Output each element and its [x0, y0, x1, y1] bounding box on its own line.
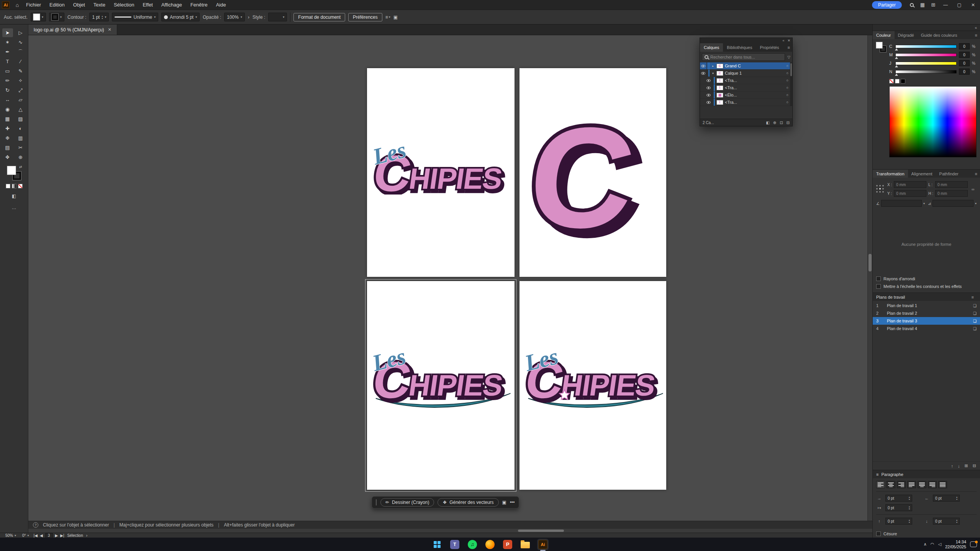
- chevron-right-icon[interactable]: ›: [248, 15, 249, 20]
- height-field[interactable]: 0 mm: [935, 190, 968, 197]
- contextual-task-bar[interactable]: ✏ Dessiner (Crayon) ❖ Générer des vecteu…: [372, 496, 519, 508]
- zoom-tool[interactable]: ⊕: [15, 153, 26, 162]
- new-artboard-icon[interactable]: ⊞: [965, 463, 968, 468]
- selection-tool[interactable]: ➤: [2, 28, 13, 37]
- menu-objet[interactable]: Objet: [69, 0, 89, 10]
- color-spectrum[interactable]: [889, 86, 977, 157]
- fill-stroke-control[interactable]: [876, 42, 886, 52]
- fill-color-picker[interactable]: ▾: [31, 13, 46, 21]
- search-icon[interactable]: [906, 0, 917, 10]
- maximize-button[interactable]: ▢: [952, 0, 966, 10]
- paragraph-panel-header[interactable]: ≡ Paragraphe: [873, 470, 980, 478]
- artboard-row[interactable]: 1 Plan de travail 1 ❏: [873, 302, 980, 309]
- expand-icon[interactable]: ▾: [711, 72, 715, 75]
- reference-image-icon[interactable]: ▣: [502, 500, 506, 505]
- menu-affichage[interactable]: Affichage: [157, 0, 186, 10]
- fill-swatch[interactable]: [33, 14, 40, 20]
- stroke-weight-field[interactable]: 1 pt▴▾▾: [89, 13, 109, 21]
- arrange-documents-icon[interactable]: ▦: [917, 0, 928, 10]
- menu-fenetre[interactable]: Fenêtre: [186, 0, 212, 10]
- start-button[interactable]: [431, 539, 443, 550]
- align-options-icon[interactable]: ≡▾: [385, 15, 390, 20]
- previous-artboard-button[interactable]: ◀: [40, 533, 43, 538]
- layer-row[interactable]: ▦ <Élo... ○: [700, 92, 792, 99]
- document-tab[interactable]: logo cp.ai @ 50 % (CMJN/Aperçu) ✕: [28, 25, 117, 35]
- scale-tool[interactable]: ⤢: [15, 86, 26, 95]
- stroke-color-picker[interactable]: ▾: [49, 13, 64, 21]
- target-icon[interactable]: ○: [787, 78, 788, 82]
- move-up-icon[interactable]: ↑: [951, 464, 954, 468]
- visibility-toggle[interactable]: [700, 70, 707, 77]
- justify-left-button[interactable]: [907, 481, 916, 488]
- visibility-toggle[interactable]: [700, 62, 707, 69]
- workspace-switcher-icon[interactable]: ⊞: [928, 0, 939, 10]
- menu-selection[interactable]: Sélection: [110, 0, 138, 10]
- artboard-page-icon[interactable]: ❏: [973, 304, 977, 308]
- artboard-page-icon[interactable]: ❏: [973, 319, 977, 323]
- swap-fill-stroke-icon[interactable]: ⇄: [19, 165, 22, 169]
- tab-transformation[interactable]: Transformation: [873, 170, 908, 178]
- horizontal-scrollbar[interactable]: [28, 529, 872, 533]
- share-button[interactable]: Partager: [872, 1, 902, 9]
- last-artboard-button[interactable]: ▶|: [60, 533, 64, 538]
- shaper-tool[interactable]: ✧: [15, 76, 26, 85]
- cyan-slider[interactable]: [895, 45, 957, 48]
- artboard-page-icon[interactable]: ❏: [973, 327, 977, 331]
- lasso-tool[interactable]: ∿: [15, 38, 26, 47]
- menu-effet[interactable]: Effet: [138, 0, 157, 10]
- none-mode-icon[interactable]: [18, 184, 23, 188]
- x-field[interactable]: 0 mm: [894, 181, 926, 188]
- tab-guide-couleurs[interactable]: Guide des couleurs: [918, 31, 961, 39]
- artboard-number-field[interactable]: 3: [45, 533, 53, 538]
- scroll-thumb[interactable]: [518, 530, 564, 532]
- shape-builder-tool[interactable]: ◉: [2, 105, 13, 114]
- network-icon[interactable]: ◠: [931, 542, 934, 547]
- rotation-dropdown[interactable]: 0°▾: [21, 533, 31, 538]
- mesh-tool[interactable]: ▦: [2, 114, 13, 123]
- shear-field[interactable]: [932, 200, 973, 207]
- black-swatch[interactable]: [901, 79, 905, 83]
- new-layer-icon[interactable]: ⊡: [780, 121, 783, 125]
- corner-radius-checkbox[interactable]: [876, 276, 881, 281]
- slice-tool[interactable]: ✂: [15, 143, 26, 152]
- artboard-tool[interactable]: ▤: [2, 143, 13, 152]
- expand-icon[interactable]: ▸: [711, 64, 715, 68]
- artboard-row[interactable]: 2 Plan de travail 2 ❏: [873, 309, 980, 317]
- layer-row[interactable]: ⌇ <Tra... ○: [700, 99, 792, 106]
- yellow-slider[interactable]: [895, 62, 957, 65]
- scale-strokes-checkbox[interactable]: [876, 284, 881, 289]
- layers-scrollbar[interactable]: [790, 62, 792, 106]
- curvature-tool[interactable]: ⌒: [15, 47, 26, 56]
- spotify-app-icon[interactable]: ♫: [467, 539, 478, 550]
- none-swatch[interactable]: [889, 79, 894, 83]
- firefox-app-icon[interactable]: [484, 539, 496, 550]
- direct-selection-tool[interactable]: ▷: [15, 28, 26, 37]
- home-icon[interactable]: ⌂: [13, 2, 22, 8]
- explorer-app-icon[interactable]: [519, 539, 531, 550]
- rotation-field[interactable]: [881, 200, 922, 207]
- document-setup-button[interactable]: Format de document: [293, 13, 345, 21]
- space-before-field[interactable]: 0 pt▴▾: [885, 518, 912, 525]
- magic-wand-tool[interactable]: ✶: [2, 38, 13, 47]
- notification-center-icon[interactable]: [970, 541, 977, 547]
- draw-pencil-button[interactable]: ✏ Dessiner (Crayon): [380, 498, 434, 507]
- tray-chevron-icon[interactable]: ∧: [924, 542, 927, 547]
- target-icon[interactable]: ○: [787, 64, 788, 68]
- target-icon[interactable]: ○: [787, 100, 788, 104]
- generate-vectors-button[interactable]: ❖ Générer des vecteurs: [438, 498, 498, 507]
- more-options-icon[interactable]: ▣: [393, 15, 398, 20]
- vertical-scrollbar[interactable]: [867, 35, 872, 521]
- panel-menu-icon[interactable]: ≡: [969, 295, 977, 299]
- line-segment-tool[interactable]: ∕: [15, 57, 26, 66]
- menu-aide[interactable]: Aide: [212, 0, 230, 10]
- eyedropper-tool[interactable]: ✚: [2, 124, 13, 133]
- rotate-tool[interactable]: ↻: [2, 86, 13, 95]
- align-center-button[interactable]: [887, 481, 895, 488]
- first-line-indent-field[interactable]: 0 pt▴▾: [885, 504, 912, 511]
- illustrator-app-icon[interactable]: Ai: [537, 539, 549, 550]
- link-dimensions-icon[interactable]: ∞: [970, 187, 977, 191]
- white-swatch[interactable]: [895, 79, 900, 83]
- y-field[interactable]: 0 mm: [894, 190, 926, 197]
- gradient-tool[interactable]: ▨: [15, 114, 26, 123]
- visibility-toggle[interactable]: [705, 99, 712, 106]
